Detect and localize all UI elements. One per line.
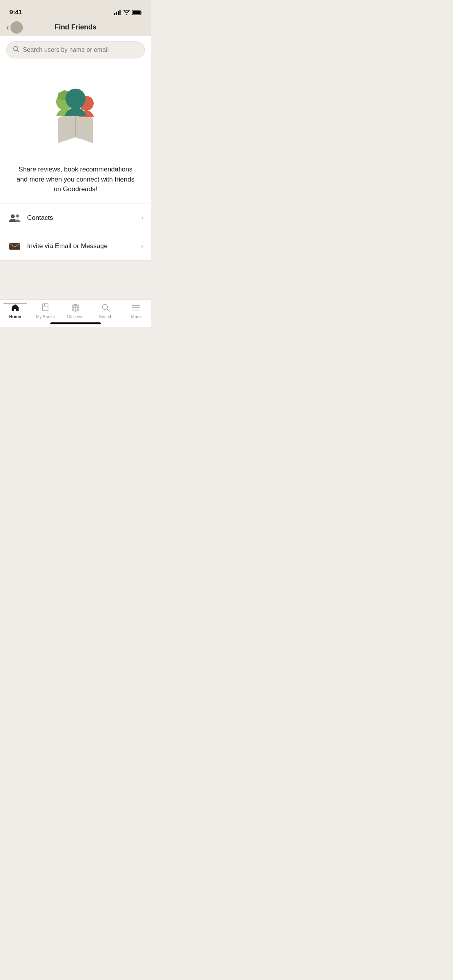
wifi-icon [124,10,130,15]
nav-header: ‹ Find Friends [0,19,151,36]
status-icons [114,10,142,15]
battery-icon [132,10,142,15]
home-icon [10,303,20,313]
svg-line-8 [17,50,19,52]
invite-list-item[interactable]: Invite via Email or Message › [0,232,151,260]
main-content: Share reviews, book recommendations and … [0,36,151,327]
tab-search[interactable]: Search [94,303,117,319]
search-tab-icon [101,303,111,313]
tab-home[interactable]: Home [3,303,27,319]
svg-rect-0 [114,13,115,15]
svg-point-14 [65,89,86,109]
search-container [0,36,151,64]
svg-point-15 [11,214,15,218]
svg-rect-1 [116,12,117,15]
email-icon [8,239,22,253]
svg-point-16 [16,214,19,218]
svg-rect-5 [141,12,142,14]
page-title: Find Friends [55,23,96,31]
tab-home-label: Home [9,314,21,319]
home-indicator [50,322,101,324]
tab-more[interactable]: More [124,303,148,319]
status-time: 9:41 [9,9,22,16]
tab-search-label: Search [99,314,113,319]
back-avatar [10,21,23,34]
back-button[interactable]: ‹ [6,21,23,34]
friends-illustration [37,75,114,153]
svg-rect-17 [9,243,20,250]
svg-rect-3 [120,10,121,15]
mybooks-icon [40,303,50,313]
illustration-area [0,64,151,161]
contacts-icon [8,211,22,225]
contacts-label: Contacts [27,214,141,222]
search-bar[interactable] [6,41,145,58]
tab-my-books[interactable]: My Books [34,303,57,319]
description-text: Share reviews, book recommendations and … [0,161,151,204]
invite-chevron-icon: › [141,243,143,250]
svg-rect-18 [43,304,48,311]
svg-line-25 [107,309,109,311]
active-tab-indicator [3,303,27,303]
tab-discover[interactable]: Discover [64,303,87,319]
search-input[interactable] [23,46,138,53]
signal-icon [114,10,121,15]
contacts-chevron-icon: › [141,214,143,221]
discover-icon [70,303,81,313]
svg-rect-6 [133,11,140,14]
tab-more-label: More [131,314,141,319]
invite-label: Invite via Email or Message [27,242,141,250]
back-chevron-icon: ‹ [6,23,9,32]
tab-discover-label: Discover [67,314,84,319]
more-icon [131,303,141,313]
search-icon [13,46,20,54]
tab-my-books-label: My Books [36,314,55,319]
status-bar: 9:41 [0,0,151,19]
svg-rect-20 [44,304,45,306]
svg-rect-2 [118,11,119,15]
contacts-list-item[interactable]: Contacts › [0,204,151,232]
